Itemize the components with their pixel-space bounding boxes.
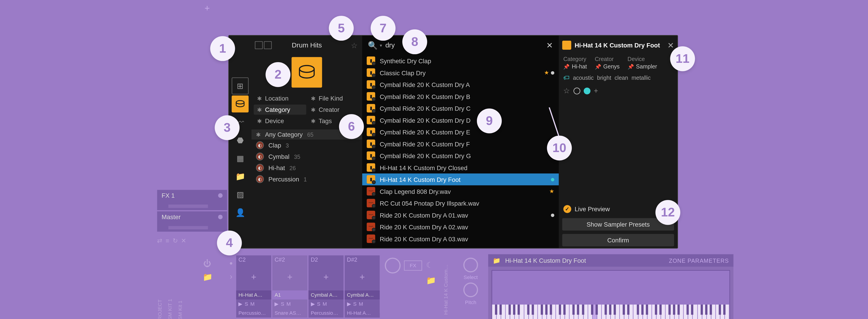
piano-key[interactable] bbox=[656, 305, 661, 319]
gain-knob[interactable] bbox=[385, 258, 401, 274]
close-icon[interactable]: ✕ bbox=[181, 237, 186, 245]
track-level[interactable] bbox=[168, 204, 208, 208]
piano-key[interactable] bbox=[583, 305, 588, 319]
folder-icon[interactable]: 📁 bbox=[493, 257, 501, 264]
filter-device[interactable]: ✱Device bbox=[254, 116, 306, 126]
confirm-button[interactable]: Confirm bbox=[562, 234, 674, 246]
drum-cell[interactable]: D2 + Cymbal A… ▶SM Percussio… bbox=[309, 255, 344, 317]
filter-category[interactable]: ✱Category bbox=[254, 105, 306, 115]
tab-img-icon[interactable]: ▦ bbox=[231, 150, 249, 167]
fx-button[interactable]: FX bbox=[404, 260, 422, 270]
tab-folder-icon[interactable]: 📁 bbox=[231, 168, 249, 185]
mute-button[interactable]: M bbox=[286, 301, 291, 307]
piano-key[interactable] bbox=[597, 305, 601, 319]
piano-key[interactable] bbox=[665, 305, 670, 319]
live-preview-toggle[interactable]: ✓ bbox=[563, 205, 571, 213]
tool-icon[interactable]: ⇄ bbox=[157, 237, 162, 245]
moon-icon[interactable]: ☾ bbox=[426, 260, 434, 269]
piano-key[interactable] bbox=[515, 305, 519, 319]
solo-button[interactable]: S bbox=[245, 301, 248, 307]
piano-key[interactable] bbox=[492, 305, 497, 319]
solo-button[interactable]: S bbox=[281, 301, 284, 307]
result-item[interactable]: ▮Cymbal Ride 20 K Custom Dry F bbox=[362, 138, 559, 150]
piano-key[interactable] bbox=[611, 305, 615, 319]
tag[interactable]: clean bbox=[615, 74, 628, 81]
result-item[interactable]: 〰Clap Legend 808 Dry.wav★ bbox=[362, 185, 559, 197]
piano-key[interactable] bbox=[529, 305, 533, 319]
clear-search-icon[interactable]: ✕ bbox=[546, 41, 553, 50]
piano-key[interactable] bbox=[702, 305, 707, 319]
piano-key[interactable] bbox=[624, 305, 629, 319]
color-mark-cyan[interactable] bbox=[584, 87, 591, 94]
tab-pal-icon[interactable]: ▨ bbox=[231, 186, 249, 203]
drum-cell[interactable]: C2 + Hi-Hat A… ▶SM Percussio… bbox=[236, 255, 271, 317]
piano-key[interactable] bbox=[497, 305, 501, 319]
cat-hihat[interactable]: ◐Hi-hat26 bbox=[251, 162, 362, 173]
layout-icon[interactable] bbox=[264, 41, 272, 49]
piano-key[interactable] bbox=[552, 305, 556, 319]
piano-key[interactable] bbox=[679, 305, 684, 319]
tab-user-icon[interactable]: 👤 bbox=[231, 204, 249, 221]
layout-icon[interactable] bbox=[255, 41, 263, 49]
piano-key[interactable] bbox=[725, 305, 730, 319]
piano-key[interactable] bbox=[707, 305, 711, 319]
piano-key[interactable] bbox=[556, 305, 560, 319]
track-fx1[interactable]: FX 1 bbox=[157, 190, 227, 210]
pin-icon[interactable]: 📌 bbox=[595, 63, 601, 69]
show-presets-button[interactable]: Show Sampler Presets bbox=[562, 218, 674, 230]
piano-key[interactable] bbox=[533, 305, 538, 319]
search-dropdown-icon[interactable]: ▾ bbox=[380, 43, 382, 48]
chevron-icon[interactable]: › bbox=[230, 272, 232, 281]
filter-creator[interactable]: ✱Creator bbox=[308, 105, 360, 115]
keyboard-display[interactable] bbox=[492, 270, 730, 319]
select-knob[interactable] bbox=[463, 258, 478, 272]
result-item[interactable]: 〰Ride 20 K Custom Dry A 01.wav bbox=[362, 209, 559, 221]
add-track-plus[interactable]: + bbox=[205, 3, 210, 13]
piano-key[interactable] bbox=[593, 305, 597, 319]
play-icon[interactable]: ▶ bbox=[275, 301, 279, 307]
piano-key[interactable] bbox=[688, 305, 693, 319]
piano-key[interactable] bbox=[698, 305, 702, 319]
tag[interactable]: acoustic bbox=[573, 74, 594, 81]
tag[interactable]: metallic bbox=[631, 74, 651, 81]
cell-add-icon[interactable]: + bbox=[236, 264, 271, 290]
tool-icon[interactable]: ≡ bbox=[165, 237, 169, 245]
result-item[interactable]: ▮Cymbal Ride 20 K Custom Dry A bbox=[362, 78, 559, 91]
cell-add-icon[interactable]: + bbox=[345, 264, 380, 290]
mute-button[interactable]: M bbox=[250, 301, 255, 307]
play-icon[interactable]: ▶ bbox=[238, 301, 242, 307]
tab-drum-icon[interactable] bbox=[231, 96, 249, 113]
dot-icon[interactable]: ● bbox=[229, 260, 233, 266]
piano-key[interactable] bbox=[520, 305, 524, 319]
power-icon[interactable]: ⏻ bbox=[203, 259, 211, 268]
piano-key[interactable] bbox=[574, 305, 579, 319]
piano-key[interactable] bbox=[647, 305, 652, 319]
folder-icon[interactable]: 📁 bbox=[203, 272, 212, 281]
track-level[interactable] bbox=[168, 226, 208, 229]
piano-key[interactable] bbox=[693, 305, 698, 319]
piano-key[interactable] bbox=[634, 305, 638, 319]
solo-button[interactable]: S bbox=[317, 301, 320, 307]
cat-cymbal[interactable]: ◐Cymbal35 bbox=[251, 151, 362, 162]
mute-button[interactable]: M bbox=[359, 301, 363, 307]
piano-key[interactable] bbox=[560, 305, 565, 319]
result-item[interactable]: 〰Ride 20 K Custom Dry A 03.wav bbox=[362, 233, 559, 245]
piano-key[interactable] bbox=[720, 305, 725, 319]
filter-location[interactable]: ✱Location bbox=[254, 93, 306, 103]
cell-add-icon[interactable]: + bbox=[309, 264, 344, 290]
piano-key[interactable] bbox=[524, 305, 529, 319]
result-item[interactable]: ▮Classic Clap Dry★ bbox=[362, 67, 559, 78]
piano-key[interactable] bbox=[570, 305, 574, 319]
drum-cell[interactable]: C#2 + A1 ▶SM Snare AS… bbox=[272, 255, 307, 317]
solo-button[interactable]: S bbox=[353, 301, 356, 307]
cell-add-icon[interactable]: + bbox=[272, 264, 307, 290]
filter-filekind[interactable]: ✱File Kind bbox=[308, 93, 360, 103]
color-mark[interactable] bbox=[574, 87, 580, 94]
result-item[interactable]: ▮Cymbal Ride 20 K Custom Dry G bbox=[362, 150, 559, 162]
star-icon[interactable]: ☆ bbox=[563, 87, 570, 95]
pin-icon[interactable]: 📌 bbox=[628, 63, 634, 69]
tag[interactable]: bright bbox=[597, 74, 611, 81]
track-master[interactable]: Master bbox=[157, 211, 227, 231]
result-item[interactable]: ▮Hi-Hat 14 K Custom Dry Closed bbox=[362, 162, 559, 173]
piano-key[interactable] bbox=[579, 305, 583, 319]
